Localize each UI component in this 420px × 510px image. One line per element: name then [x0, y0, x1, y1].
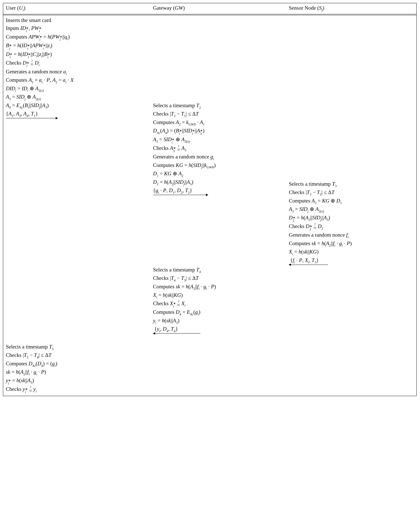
gw-line: Generates a random nonce gi — [153, 153, 284, 161]
sensor-line: A3 = SIDj ⊕ A2(x) — [289, 205, 414, 214]
spacer — [6, 118, 148, 343]
user-line: A4 = EA2(Bi||SIDj||A3) — [6, 102, 148, 110]
gw-line: Computes sk = h(A2||fi · gi · P) — [153, 283, 284, 291]
header-sensor: Sensor Node (Sj) — [286, 3, 416, 14]
sensor-line: Selects a timestamp T3 — [289, 180, 414, 188]
sensor-line: Checks |T3 − T2| ≤ ΔT — [289, 188, 414, 197]
user-line: Inputs ID∗i, PW∗i — [6, 24, 148, 33]
user-line: Inserts the smart card — [6, 16, 148, 24]
gw-line: Checks X∗i ?= Xi — [153, 300, 284, 308]
sensor-column: Selects a timestamp T3 Checks |T3 − T2| … — [286, 15, 416, 396]
table-header: User (Ui) Gateway (GW) Sensor Node (Sj) — [3, 3, 416, 14]
user-line: Checks |T5 − T4| ≤ ΔT — [6, 351, 148, 360]
user-column: Inserts the smart card Inputs ID∗i, PW∗i… — [3, 15, 150, 396]
user-line: Computes APW∗i = h(PW∗i||qi) — [6, 33, 148, 41]
spacer — [289, 16, 414, 180]
gw-line: Computes KG = h(SIDj||kGWN) — [153, 161, 284, 170]
spacer — [153, 195, 284, 266]
gateway-column: Selects a timestamp T2 Checks |T2 − T1| … — [150, 15, 286, 396]
sensor-line: Xi = h(sk||KG) — [289, 248, 414, 256]
sensor-line: Computes A2 = KG ⊕ D1 — [289, 197, 414, 205]
header-gw: Gateway (GW) — [150, 3, 286, 14]
user-line: DIDi = IDi ⊕ A2(x) — [6, 85, 148, 93]
user-msg-out: {A1, A3, A4, T1} — [6, 110, 148, 118]
gw-line: Xi = h(sk||KG) — [153, 291, 284, 299]
spacer — [153, 16, 284, 101]
sensor-line: D∗2 = h(A2||SIDj||A3) — [289, 214, 414, 222]
gw-line: Selects a timestamp T4 — [153, 266, 284, 274]
sensor-line: Generates a random nonce fi — [289, 231, 414, 239]
user-line: Computes DA2(D4) = (gi) — [6, 360, 148, 368]
user-line: D∗i = h(ID∗i||Ci||zi||B∗i) — [6, 50, 148, 59]
table-body: Inserts the smart card Inputs ID∗i, PW∗i… — [3, 15, 416, 396]
header-user: User (Ui) — [3, 3, 150, 14]
gw-line: Computes D4 = EA2(gi) — [153, 308, 284, 317]
gw-msg-back: {yi, D4, T4} — [153, 325, 284, 333]
gw-line: Computes A2 = kGWN · A1 — [153, 118, 284, 127]
gw-line: DA2(A4) = (B∗i||SID∗i||A∗3) — [153, 127, 284, 135]
user-line: sk = h(A2||fi · gi · P) — [6, 368, 148, 376]
gw-line: Selects a timestamp T2 — [153, 102, 284, 110]
gw-line: Checks A∗3 ?= A3 — [153, 144, 284, 153]
user-line: y∗i = h(sk||A3) — [6, 377, 148, 385]
user-line: B∗i = h(ID∗i||APW∗i||zi) — [6, 42, 148, 50]
user-line: Selects a timestamp T5 — [6, 343, 148, 351]
user-line: Checks y∗i ?= yi — [6, 385, 148, 394]
gw-line: D1 = KG ⊕ A2 — [153, 170, 284, 178]
gw-line: A3 = SID∗i ⊕ A2(x) — [153, 136, 284, 144]
user-line: Computes A1 = ai · P, A2 = ai · X — [6, 76, 148, 84]
user-line: Checks D∗i ?= Di — [6, 59, 148, 67]
gw-line: D2 = h(A2||SIDj||A3) — [153, 178, 284, 186]
gw-line: yi = h(sk||A3) — [153, 317, 284, 325]
user-line: Generates a random nonce ai — [6, 68, 148, 76]
sensor-line: Computes sk = h(A2||fi · gi · P) — [289, 240, 414, 248]
protocol-table: User (Ui) Gateway (GW) Sensor Node (Sj) … — [3, 3, 417, 396]
gw-line: Checks |T4 − T3| ≤ ΔT — [153, 274, 284, 282]
sensor-line: Checks D∗2 ?= D2 — [289, 222, 414, 231]
gw-msg-out: {gi · P, D1, D2, T2} — [153, 186, 284, 195]
gw-line: Checks |T2 − T1| ≤ ΔT — [153, 110, 284, 118]
user-line: A3 = SIDj ⊕ A2(x) — [6, 93, 148, 101]
sensor-msg-back: {fi · P, Xi, T3} — [289, 256, 414, 265]
